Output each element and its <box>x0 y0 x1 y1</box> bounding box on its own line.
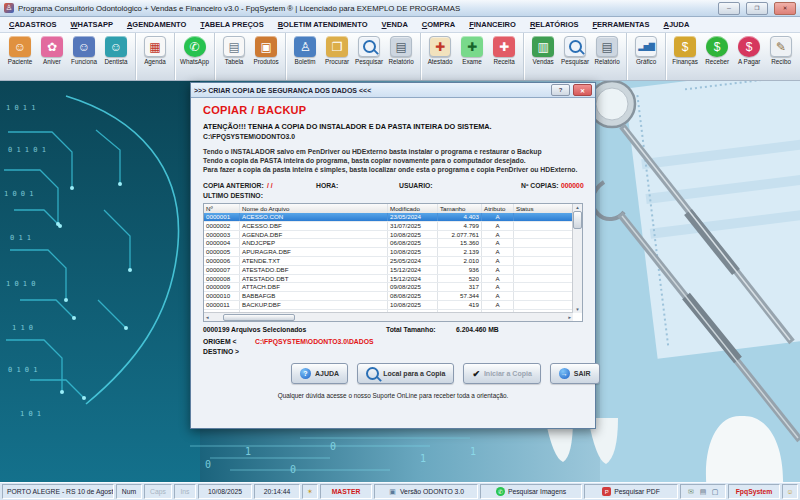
previous-copy-row: COPIA ANTERIOR: / / HORA: USUARIO: Nº CO… <box>203 182 583 191</box>
column-header[interactable]: Status <box>514 204 573 213</box>
toolbar-label: Gráfico <box>636 58 656 65</box>
table-row[interactable]: 0000007ATESTADO.DBF15/12/2024936A <box>204 266 573 275</box>
toolbar-receivables-button[interactable]: $Receber <box>701 35 733 66</box>
status-search-images[interactable]: ✆Pesquisar Imagens <box>480 484 582 499</box>
dialog-footer-note: Qualquer dúvida acesse o nosso Suporte O… <box>203 392 583 399</box>
toolbar-report-print-button[interactable]: ▤Relatório <box>385 35 417 66</box>
close-button[interactable]: ✕ <box>774 2 796 15</box>
scroll-right-icon[interactable]: ► <box>568 315 572 320</box>
toolbar-group: ☺Paciente✿Aniver☺Funciona☺Dentista <box>1 33 136 80</box>
copy-location-button[interactable]: Local para a Copia <box>357 363 454 384</box>
column-header[interactable]: Atributo <box>482 204 514 213</box>
certificate-icon: ✚ <box>429 36 451 57</box>
menu-tabela-precos[interactable]: TABELA PREÇOS <box>193 20 270 29</box>
toolbar-receipt-button[interactable]: ✎Recibo <box>765 35 797 66</box>
menu-agendamento[interactable]: AGENDAMENTO <box>120 20 193 29</box>
toolbar-dentists-button[interactable]: ☺Dentista <box>100 35 132 66</box>
toolbar-price-table-button[interactable]: ▤Tabela <box>218 35 250 66</box>
toolbar-sales-button[interactable]: ▥Vendas <box>527 35 559 66</box>
toolbar-chart-button[interactable]: ▂▅▇Gráfico <box>630 35 662 66</box>
toolbar-label: Pesquisar <box>561 58 589 65</box>
table-row[interactable]: 0000004ANDJCPEP06/08/202515.360A <box>204 239 573 248</box>
table-row[interactable]: 0000003AGENDA.DBF10/08/20252.077.761A <box>204 231 573 240</box>
status-date: 10/08/2025 <box>198 484 252 499</box>
dentists-icon: ☺ <box>105 36 127 57</box>
toolbar-birthday-button[interactable]: ✿Aniver <box>36 35 68 66</box>
menu-ferramentas[interactable]: FERRAMENTAS <box>586 20 657 29</box>
table-row[interactable]: 0000006ATENDE.TXT25/05/20242.010A <box>204 257 573 266</box>
table-row[interactable]: 0000005APURAGRA.DBF10/08/20252.139A <box>204 248 573 257</box>
toolbar-patients-button[interactable]: ☺Paciente <box>4 35 36 66</box>
key-icon: ✶ <box>306 487 315 496</box>
table-row[interactable]: 0000011BACKUP.DBF10/08/2025419A <box>204 301 573 310</box>
toolbar-label: Agenda <box>144 58 166 65</box>
menu-ajuda[interactable]: AJUDA <box>656 20 696 29</box>
toolbar-exam-button[interactable]: ✚Exame <box>456 35 488 66</box>
svg-text:1 0 0 1: 1 0 0 1 <box>4 190 34 198</box>
toolbar-search-sales-button[interactable]: Pesquisar <box>559 35 591 66</box>
send-icon: ✉ <box>687 487 696 496</box>
status-label: Caps <box>150 488 166 495</box>
toolbar-certificate-button[interactable]: ✚Atestado <box>424 35 456 66</box>
vertical-scroll-thumb[interactable] <box>573 211 582 229</box>
toolbar-label: WhatsApp <box>180 58 209 65</box>
toolbar-whatsapp-button[interactable]: ✆WhatsApp <box>178 35 211 66</box>
horizontal-scroll-thumb[interactable] <box>223 314 295 321</box>
table-row[interactable]: 0000008ATESTADO.DBT15/12/2024520A <box>204 275 573 284</box>
dialog-titlebar[interactable]: >>> CRIAR COPIA DE SEGURANÇA DOS DADOS <… <box>191 83 595 98</box>
svg-text:0: 0 <box>330 441 336 452</box>
menu-financeiro[interactable]: FINANCEIRO <box>462 20 523 29</box>
toolbar-finance-button[interactable]: $Finanças <box>669 35 701 66</box>
toolbar-bulletin-button[interactable]: ♙Boletim <box>289 35 321 66</box>
table-row[interactable]: 0000010BABBAFGB08/08/202557.344A <box>204 292 573 301</box>
toolbar-payables-button[interactable]: $A Pagar <box>733 35 765 66</box>
toolbar-search-docs-button[interactable]: Pesquisar <box>353 35 385 66</box>
toolbar-search-folder-button[interactable]: ❐Procurar <box>321 35 353 66</box>
svg-text:0 1 1 0 1: 0 1 1 0 1 <box>8 146 46 154</box>
window-titlebar[interactable]: ♙ Programa Consultório Odontológico + Ve… <box>0 0 800 17</box>
check-icon: ✔ <box>472 369 480 379</box>
menu-boletim-atendimento[interactable]: BOLETIM ATENDIMENTO <box>271 20 375 29</box>
column-header[interactable]: Nome do Arquivo <box>240 204 388 213</box>
table-horizontal-scrollbar[interactable]: ◄ ► <box>204 312 573 321</box>
status-tools: ✉▤▢ <box>680 484 726 499</box>
menu-cadastros[interactable]: CADASTROS <box>2 20 64 29</box>
toolbar-group: ▦Agenda <box>136 33 175 80</box>
menu-whatsapp[interactable]: WHATSAPP <box>64 20 120 29</box>
minimize-button[interactable]: ─ <box>718 2 740 15</box>
exit-button[interactable]: → SAIR <box>550 363 600 384</box>
scroll-left-icon[interactable]: ◄ <box>205 315 209 320</box>
table-row[interactable]: 0000002ACESSO.DBF31/07/20254.799A <box>204 222 573 231</box>
status-label: Ins <box>180 488 189 495</box>
status-location: PORTO ALEGRE - RS 10 de Agosto de 2025 -… <box>2 484 114 499</box>
scroll-up-icon[interactable]: ▲ <box>575 204 579 211</box>
toolbar-agenda-button[interactable]: ▦Agenda <box>139 35 171 66</box>
restore-button[interactable]: ❐ <box>746 2 768 15</box>
menu-compra[interactable]: COMPRA <box>415 20 462 29</box>
dialog-help-button[interactable]: ? <box>551 84 570 96</box>
table-row[interactable]: 0000001ACESSO.CON23/05/20244.403A <box>204 213 573 222</box>
toolbar-sales-report-print-button[interactable]: ▤Relatório <box>591 35 623 66</box>
dialog-close-button[interactable]: ✕ <box>573 84 592 96</box>
toolbar-employees-button[interactable]: ☺Funciona <box>68 35 100 66</box>
toolbar-label: Pesquisar <box>355 58 383 65</box>
exam-icon: ✚ <box>461 36 483 57</box>
scroll-down-icon[interactable]: ▼ <box>575 306 579 313</box>
status-search-pdf[interactable]: PPesquisar PDF <box>584 484 678 499</box>
menu-venda[interactable]: VENDA <box>375 20 415 29</box>
toolbar-prescription-button[interactable]: ✚Receita <box>488 35 520 66</box>
svg-text:0: 0 <box>290 464 296 475</box>
menu-relatorios[interactable]: RELATÓRIOS <box>523 20 586 29</box>
start-copy-button[interactable]: ✔ Iniciar a Copia <box>463 363 540 384</box>
column-header[interactable]: Modificado <box>388 204 438 213</box>
origin-row: ORIGEM < C:\FPQSYSTEM\ODONTO3.0\DADOS <box>203 338 583 345</box>
toolbar-products-button[interactable]: ▣Produtos <box>250 35 282 66</box>
help-button[interactable]: ? AJUDA <box>291 363 348 384</box>
column-header[interactable]: Tamanho <box>438 204 482 213</box>
table-vertical-scrollbar[interactable]: ▲ ▼ <box>572 204 582 313</box>
toolbar-label: Finanças <box>672 58 698 65</box>
toolbar-group: ▂▅▇Gráfico <box>627 33 666 80</box>
toolbar-label: Exame <box>462 58 482 65</box>
table-row[interactable]: 0000009ATTACH.DBF09/08/2025317A <box>204 283 573 292</box>
column-header[interactable]: Nº <box>204 204 240 213</box>
